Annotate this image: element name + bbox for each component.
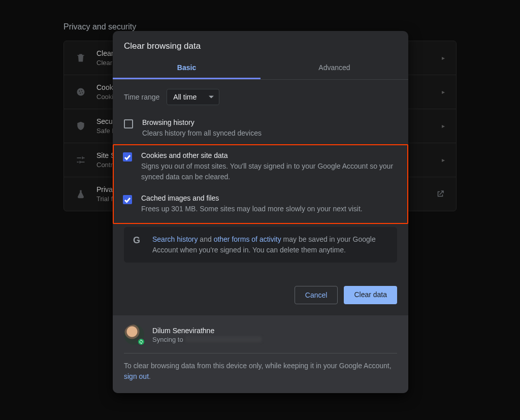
option-title: Browsing history <box>142 118 262 126</box>
flask-icon <box>75 188 86 200</box>
link-sign-out[interactable]: sign out <box>124 372 149 380</box>
option-sub: Signs you out of most sites. You'll stay… <box>141 161 398 182</box>
sync-badge-icon <box>137 338 145 346</box>
time-range-value: All time <box>173 93 197 101</box>
clear-data-button[interactable]: Clear data <box>344 286 397 304</box>
sliders-icon <box>75 154 86 166</box>
svg-point-3 <box>80 93 81 94</box>
checkbox-cache[interactable] <box>123 195 132 204</box>
chevron-right-icon: ▸ <box>442 156 445 164</box>
dialog-footer: Dilum Senevirathne Syncing to To clear b… <box>113 315 408 393</box>
account-text: Dilum Senevirathne Syncing to <box>152 327 262 343</box>
link-other-activity[interactable]: other forms of activity <box>214 235 281 243</box>
option-text: Cached images and files Frees up 301 MB.… <box>141 194 363 214</box>
option-list: Browsing history Clears history from all… <box>113 109 408 224</box>
svg-point-0 <box>77 88 85 96</box>
highlight-box: Cookies and other site data Signs you ou… <box>113 144 408 224</box>
account-syncing: Syncing to <box>152 336 262 343</box>
google-icon: G <box>133 235 144 246</box>
option-title: Cached images and files <box>141 194 363 202</box>
option-cache[interactable]: Cached images and files Frees up 301 MB.… <box>123 188 398 220</box>
open-external-icon <box>436 189 445 199</box>
option-text: Browsing history Clears history from all… <box>142 118 262 138</box>
link-search-history[interactable]: Search history <box>152 235 198 243</box>
option-sub: Frees up 301 MB. Some sites may load mor… <box>141 204 363 214</box>
option-text: Cookies and other site data Signs you ou… <box>141 151 398 182</box>
account-name: Dilum Senevirathne <box>152 327 262 335</box>
checkmark-icon <box>123 153 132 161</box>
svg-point-1 <box>79 90 80 91</box>
clear-browsing-data-dialog: Clear browsing data Basic Advanced Time … <box>113 31 408 393</box>
chevron-right-icon: ▸ <box>442 54 445 61</box>
time-range-select[interactable]: All time <box>167 89 219 105</box>
note-text: Search history and other forms of activi… <box>152 234 388 255</box>
dialog-title: Clear browsing data <box>113 31 408 56</box>
option-title: Cookies and other site data <box>141 151 398 159</box>
svg-point-4 <box>82 92 83 93</box>
chevron-right-icon: ▸ <box>442 122 445 130</box>
option-cookies[interactable]: Cookies and other site data Signs you ou… <box>123 145 398 188</box>
checkmark-icon <box>123 196 132 204</box>
google-account-note: G Search history and other forms of acti… <box>124 227 397 263</box>
time-range-label: Time range <box>124 93 159 101</box>
cancel-button[interactable]: Cancel <box>295 286 338 304</box>
time-range-row: Time range All time <box>113 80 408 109</box>
tab-advanced[interactable]: Advanced <box>261 56 408 79</box>
option-browsing-history[interactable]: Browsing history Clears history from all… <box>124 112 397 144</box>
checkbox-browsing-history[interactable] <box>124 119 133 128</box>
trash-icon <box>75 52 86 63</box>
account-row: Dilum Senevirathne Syncing to <box>124 325 397 353</box>
svg-point-2 <box>81 90 82 91</box>
avatar <box>124 325 144 345</box>
chevron-down-icon <box>209 96 214 99</box>
footer-note: To clear browsing data from this device … <box>124 353 397 382</box>
dialog-buttons: Cancel Clear data <box>113 263 408 315</box>
account-email-redacted <box>185 336 262 342</box>
tab-basic[interactable]: Basic <box>113 56 261 79</box>
section-title: Privacy and security <box>63 22 136 31</box>
chevron-right-icon: ▸ <box>442 88 445 95</box>
checkbox-cookies[interactable] <box>123 152 132 161</box>
shield-icon <box>75 120 86 132</box>
tab-bar: Basic Advanced <box>113 56 408 80</box>
option-sub: Clears history from all synced devices <box>142 128 262 138</box>
cookie-icon <box>75 86 86 98</box>
